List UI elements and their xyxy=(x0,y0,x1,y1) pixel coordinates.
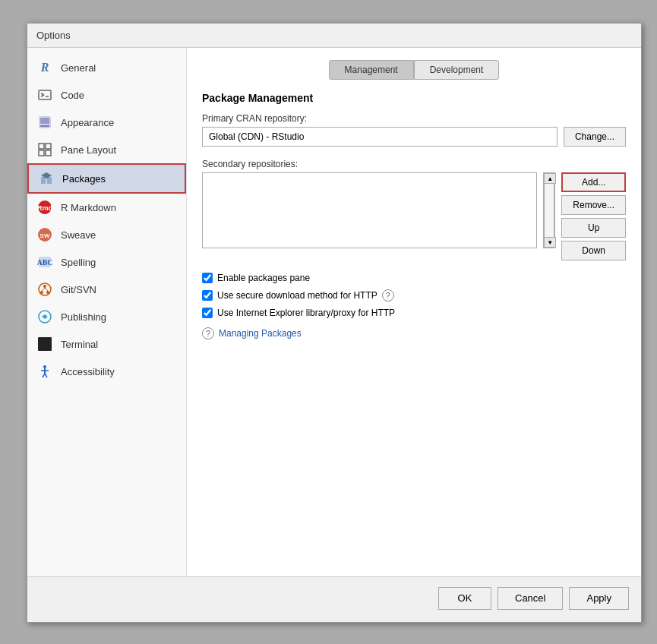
svg-line-24 xyxy=(45,288,48,291)
sidebar-item-publishing[interactable]: Publishing xyxy=(27,303,186,330)
change-button[interactable]: Change... xyxy=(564,127,626,147)
scroll-track[interactable] xyxy=(544,184,554,237)
svg-rect-7 xyxy=(39,144,44,149)
spelling-icon: ABC xyxy=(36,254,53,270)
scroll-down-arrow[interactable]: ▼ xyxy=(544,237,556,248)
dialog-title: Options xyxy=(36,30,71,41)
svg-line-31 xyxy=(43,374,45,377)
svg-point-22 xyxy=(46,291,49,294)
sidebar-item-packages[interactable]: Packages xyxy=(27,163,186,194)
cran-label: Primary CRAN repository: xyxy=(202,113,626,124)
up-button[interactable]: Up xyxy=(561,218,626,238)
remove-button[interactable]: Remove... xyxy=(561,195,626,215)
cran-row: Change... xyxy=(202,127,626,147)
accessibility-icon xyxy=(36,363,53,380)
secondary-buttons: Add... Remove... Up Down xyxy=(561,172,626,260)
r-icon: R xyxy=(36,59,53,76)
svg-line-2 xyxy=(41,95,44,96)
checkbox-ie-proxy[interactable] xyxy=(202,308,213,318)
svg-text:ABC: ABC xyxy=(37,258,52,267)
svg-point-28 xyxy=(43,365,46,368)
sidebar-label-sweave: Sweave xyxy=(61,229,96,241)
sidebar-item-terminal[interactable]: Terminal xyxy=(27,330,186,358)
ok-button[interactable]: OK xyxy=(438,587,491,610)
sidebar-item-general[interactable]: R General xyxy=(27,54,186,81)
checkbox-row-2: Use secure download method for HTTP ? xyxy=(202,289,626,301)
svg-line-32 xyxy=(45,374,47,377)
tab-management[interactable]: Management xyxy=(329,60,414,80)
sidebar-label-publishing: Publishing xyxy=(61,311,106,323)
help-icon-http[interactable]: ? xyxy=(382,289,394,301)
sidebar-item-sweave[interactable]: SW Sweave xyxy=(27,221,186,248)
sidebar-label-appearance: Appearance xyxy=(61,117,114,128)
dialog-body: R General Code Appearance P xyxy=(27,48,641,576)
section-title: Package Management xyxy=(202,92,626,104)
main-content: Management Development Package Managemen… xyxy=(187,48,641,576)
link-help-icon[interactable]: ? xyxy=(202,327,214,339)
checkbox-row-1: Enable packages pane xyxy=(202,273,626,283)
cran-input[interactable] xyxy=(202,127,558,147)
svg-rect-9 xyxy=(39,150,44,156)
publishing-icon xyxy=(36,308,53,325)
sidebar-label-git-svn: Git/SVN xyxy=(61,284,96,295)
terminal-icon xyxy=(36,336,53,352)
git-icon xyxy=(36,281,53,298)
sidebar-label-spelling: Spelling xyxy=(61,257,96,268)
dialog-footer: OK Cancel Apply xyxy=(27,576,641,619)
checkbox1-label: Enable packages pane xyxy=(217,273,310,283)
sidebar-item-appearance[interactable]: Appearance xyxy=(27,109,186,136)
sidebar-item-accessibility[interactable]: Accessibility xyxy=(27,358,186,385)
sidebar-label-r-markdown: R Markdown xyxy=(61,202,116,213)
scrollbar[interactable]: ▲ ▼ xyxy=(543,172,555,248)
checkbox2-label: Use secure download method for HTTP xyxy=(217,290,377,301)
svg-rect-6 xyxy=(40,125,49,127)
sidebar-label-pane-layout: Pane Layout xyxy=(61,144,116,156)
svg-text:SW: SW xyxy=(40,232,50,239)
sidebar-item-git-svn[interactable]: Git/SVN xyxy=(27,276,186,303)
secondary-list[interactable] xyxy=(202,172,537,248)
pane-icon xyxy=(36,141,53,158)
tabs-bar: Management Development xyxy=(202,60,626,80)
svg-rect-0 xyxy=(39,90,51,99)
checkbox-row-3: Use Internet Explorer library/proxy for … xyxy=(202,308,626,318)
svg-rect-10 xyxy=(46,150,51,156)
checkbox-packages-pane[interactable] xyxy=(202,273,213,283)
secondary-area: ▲ ▼ Add... Remove... Up Down xyxy=(202,172,626,260)
tab-development[interactable]: Development xyxy=(414,60,500,80)
add-button[interactable]: Add... xyxy=(561,172,626,192)
rmd-icon: Rmd xyxy=(36,199,53,216)
apply-button[interactable]: Apply xyxy=(569,587,629,610)
sidebar-label-terminal: Terminal xyxy=(61,339,98,350)
link-row: ? Managing Packages xyxy=(202,327,626,339)
dialog-titlebar: Options xyxy=(27,24,641,48)
svg-point-27 xyxy=(43,315,46,318)
sidebar-item-r-markdown[interactable]: Rmd R Markdown xyxy=(27,194,186,221)
appearance-icon xyxy=(36,114,53,131)
svg-line-25 xyxy=(42,288,45,291)
sidebar-label-general: General xyxy=(61,62,96,74)
secondary-label: Secondary repositories: xyxy=(202,159,626,169)
code-icon xyxy=(36,87,53,103)
sweave-icon: SW xyxy=(36,226,53,243)
svg-point-21 xyxy=(43,285,46,288)
svg-rect-5 xyxy=(40,118,49,124)
options-dialog: Options R General Code Appearance xyxy=(27,23,642,623)
sidebar: R General Code Appearance P xyxy=(27,48,187,576)
checkbox-secure-download[interactable] xyxy=(202,290,213,301)
sidebar-label-packages: Packages xyxy=(62,173,106,185)
svg-rect-8 xyxy=(46,144,51,149)
packages-icon xyxy=(38,170,55,187)
cancel-button[interactable]: Cancel xyxy=(497,587,563,610)
managing-packages-link[interactable]: Managing Packages xyxy=(219,328,302,339)
down-button[interactable]: Down xyxy=(561,241,626,260)
svg-point-23 xyxy=(40,291,43,294)
svg-text:Rmd: Rmd xyxy=(37,204,52,212)
sidebar-item-spelling[interactable]: ABC Spelling xyxy=(27,248,186,276)
scroll-up-arrow[interactable]: ▲ xyxy=(544,173,556,184)
sidebar-item-pane-layout[interactable]: Pane Layout xyxy=(27,136,186,163)
sidebar-label-accessibility: Accessibility xyxy=(61,366,115,377)
sidebar-item-code[interactable]: Code xyxy=(27,81,186,109)
sidebar-label-code: Code xyxy=(61,90,84,101)
checkbox3-label: Use Internet Explorer library/proxy for … xyxy=(217,308,395,318)
